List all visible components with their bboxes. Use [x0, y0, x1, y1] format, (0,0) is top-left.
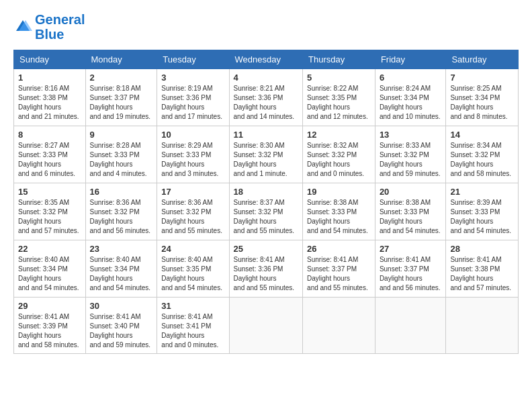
calendar-day-cell: 18Sunrise: 8:37 AMSunset: 3:32 PMDayligh… [229, 183, 303, 240]
day-number: 25 [234, 244, 299, 254]
calendar-day-cell: 29Sunrise: 8:41 AMSunset: 3:39 PMDayligh… [14, 298, 86, 354]
day-info: Sunrise: 8:41 AMSunset: 3:38 PMDaylight … [450, 255, 514, 293]
day-number: 28 [450, 244, 514, 254]
calendar-day-cell: 2Sunrise: 8:18 AMSunset: 3:37 PMDaylight… [85, 69, 157, 126]
day-info: Sunrise: 8:41 AMSunset: 3:37 PMDaylight … [380, 255, 442, 293]
calendar-day-cell [446, 298, 519, 354]
day-number: 16 [90, 187, 153, 197]
calendar-page: General Blue SundayMondayTuesdayWednesda… [0, 0, 532, 361]
calendar-table: SundayMondayTuesdayWednesdayThursdayFrid… [13, 50, 519, 354]
day-info: Sunrise: 8:38 AMSunset: 3:33 PMDaylight … [307, 198, 371, 236]
calendar-day-cell: 25Sunrise: 8:41 AMSunset: 3:36 PMDayligh… [229, 240, 303, 298]
calendar-day-cell: 4Sunrise: 8:21 AMSunset: 3:36 PMDaylight… [229, 69, 303, 126]
day-number: 1 [18, 73, 81, 83]
day-info: Sunrise: 8:25 AMSunset: 3:34 PMDaylight … [450, 84, 514, 122]
day-info: Sunrise: 8:18 AMSunset: 3:37 PMDaylight … [90, 84, 153, 122]
day-number: 24 [161, 244, 224, 254]
day-of-week-header: Saturday [446, 50, 519, 69]
day-info: Sunrise: 8:28 AMSunset: 3:33 PMDaylight … [90, 141, 153, 179]
day-number: 17 [161, 187, 224, 197]
day-info: Sunrise: 8:33 AMSunset: 3:32 PMDaylight … [380, 141, 442, 179]
day-info: Sunrise: 8:40 AMSunset: 3:34 PMDaylight … [18, 255, 81, 293]
calendar-day-cell: 3Sunrise: 8:19 AMSunset: 3:36 PMDaylight… [157, 69, 229, 126]
day-number: 12 [307, 130, 371, 140]
day-info: Sunrise: 8:34 AMSunset: 3:32 PMDaylight … [450, 141, 514, 179]
calendar-day-cell: 10Sunrise: 8:29 AMSunset: 3:33 PMDayligh… [157, 126, 229, 183]
calendar-day-cell: 11Sunrise: 8:30 AMSunset: 3:32 PMDayligh… [229, 126, 303, 183]
calendar-week-row: 8Sunrise: 8:27 AMSunset: 3:33 PMDaylight… [14, 126, 519, 183]
calendar-week-row: 29Sunrise: 8:41 AMSunset: 3:39 PMDayligh… [14, 298, 519, 354]
calendar-day-cell [303, 298, 375, 354]
day-info: Sunrise: 8:22 AMSunset: 3:35 PMDaylight … [307, 84, 371, 122]
calendar-day-cell: 8Sunrise: 8:27 AMSunset: 3:33 PMDaylight… [14, 126, 86, 183]
calendar-day-cell: 23Sunrise: 8:40 AMSunset: 3:34 PMDayligh… [85, 240, 157, 298]
day-number: 29 [18, 301, 81, 311]
day-number: 6 [380, 73, 442, 83]
day-info: Sunrise: 8:37 AMSunset: 3:32 PMDaylight … [234, 198, 299, 236]
day-of-week-header: Sunday [14, 50, 86, 69]
calendar-day-cell: 20Sunrise: 8:38 AMSunset: 3:33 PMDayligh… [375, 183, 446, 240]
day-of-week-header: Wednesday [229, 50, 303, 69]
day-number: 22 [18, 244, 81, 254]
logo-text: General Blue [35, 12, 85, 42]
day-info: Sunrise: 8:41 AMSunset: 3:36 PMDaylight … [234, 255, 299, 293]
day-number: 15 [18, 187, 81, 197]
day-number: 5 [307, 73, 371, 83]
day-number: 26 [307, 244, 371, 254]
calendar-day-cell [229, 298, 303, 354]
day-number: 11 [234, 130, 299, 140]
day-number: 18 [234, 187, 299, 197]
calendar-day-cell: 5Sunrise: 8:22 AMSunset: 3:35 PMDaylight… [303, 69, 375, 126]
day-number: 10 [161, 130, 224, 140]
calendar-day-cell: 6Sunrise: 8:24 AMSunset: 3:34 PMDaylight… [375, 69, 446, 126]
day-info: Sunrise: 8:41 AMSunset: 3:39 PMDaylight … [18, 312, 81, 350]
day-number: 13 [380, 130, 442, 140]
calendar-day-cell: 30Sunrise: 8:41 AMSunset: 3:40 PMDayligh… [85, 298, 157, 354]
day-info: Sunrise: 8:19 AMSunset: 3:36 PMDaylight … [161, 84, 224, 122]
day-of-week-header: Friday [375, 50, 446, 69]
calendar-day-cell: 13Sunrise: 8:33 AMSunset: 3:32 PMDayligh… [375, 126, 446, 183]
page-header: General Blue [13, 12, 519, 42]
day-info: Sunrise: 8:41 AMSunset: 3:40 PMDaylight … [90, 312, 153, 350]
calendar-day-cell: 14Sunrise: 8:34 AMSunset: 3:32 PMDayligh… [446, 126, 519, 183]
day-info: Sunrise: 8:16 AMSunset: 3:38 PMDaylight … [18, 84, 81, 122]
day-number: 27 [380, 244, 442, 254]
day-info: Sunrise: 8:32 AMSunset: 3:32 PMDaylight … [307, 141, 371, 179]
day-info: Sunrise: 8:40 AMSunset: 3:34 PMDaylight … [90, 255, 153, 293]
calendar-week-row: 15Sunrise: 8:35 AMSunset: 3:32 PMDayligh… [14, 183, 519, 240]
day-info: Sunrise: 8:29 AMSunset: 3:33 PMDaylight … [161, 141, 224, 179]
day-number: 3 [161, 73, 224, 83]
day-number: 2 [90, 73, 153, 83]
day-number: 31 [161, 301, 224, 311]
calendar-day-cell: 16Sunrise: 8:36 AMSunset: 3:32 PMDayligh… [85, 183, 157, 240]
calendar-day-cell: 17Sunrise: 8:36 AMSunset: 3:32 PMDayligh… [157, 183, 229, 240]
day-of-week-header: Monday [85, 50, 157, 69]
calendar-day-cell: 24Sunrise: 8:40 AMSunset: 3:35 PMDayligh… [157, 240, 229, 298]
day-number: 19 [307, 187, 371, 197]
calendar-day-cell: 1Sunrise: 8:16 AMSunset: 3:38 PMDaylight… [14, 69, 86, 126]
day-info: Sunrise: 8:39 AMSunset: 3:33 PMDaylight … [450, 198, 514, 236]
day-number: 30 [90, 301, 153, 311]
day-info: Sunrise: 8:41 AMSunset: 3:41 PMDaylight … [161, 312, 224, 350]
day-number: 21 [450, 187, 514, 197]
day-number: 4 [234, 73, 299, 83]
calendar-day-cell: 27Sunrise: 8:41 AMSunset: 3:37 PMDayligh… [375, 240, 446, 298]
day-info: Sunrise: 8:30 AMSunset: 3:32 PMDaylight … [234, 141, 299, 179]
calendar-day-cell: 9Sunrise: 8:28 AMSunset: 3:33 PMDaylight… [85, 126, 157, 183]
day-number: 7 [450, 73, 514, 83]
calendar-week-row: 22Sunrise: 8:40 AMSunset: 3:34 PMDayligh… [14, 240, 519, 298]
day-info: Sunrise: 8:41 AMSunset: 3:37 PMDaylight … [307, 255, 371, 293]
calendar-day-cell [375, 298, 446, 354]
day-number: 14 [450, 130, 514, 140]
calendar-day-cell: 7Sunrise: 8:25 AMSunset: 3:34 PMDaylight… [446, 69, 519, 126]
day-number: 23 [90, 244, 153, 254]
logo-icon [13, 17, 32, 36]
calendar-week-row: 1Sunrise: 8:16 AMSunset: 3:38 PMDaylight… [14, 69, 519, 126]
calendar-day-cell: 26Sunrise: 8:41 AMSunset: 3:37 PMDayligh… [303, 240, 375, 298]
logo: General Blue [13, 12, 85, 42]
calendar-header-row: SundayMondayTuesdayWednesdayThursdayFrid… [14, 50, 519, 69]
day-info: Sunrise: 8:24 AMSunset: 3:34 PMDaylight … [380, 84, 442, 122]
day-info: Sunrise: 8:36 AMSunset: 3:32 PMDaylight … [161, 198, 224, 236]
day-number: 9 [90, 130, 153, 140]
calendar-day-cell: 12Sunrise: 8:32 AMSunset: 3:32 PMDayligh… [303, 126, 375, 183]
